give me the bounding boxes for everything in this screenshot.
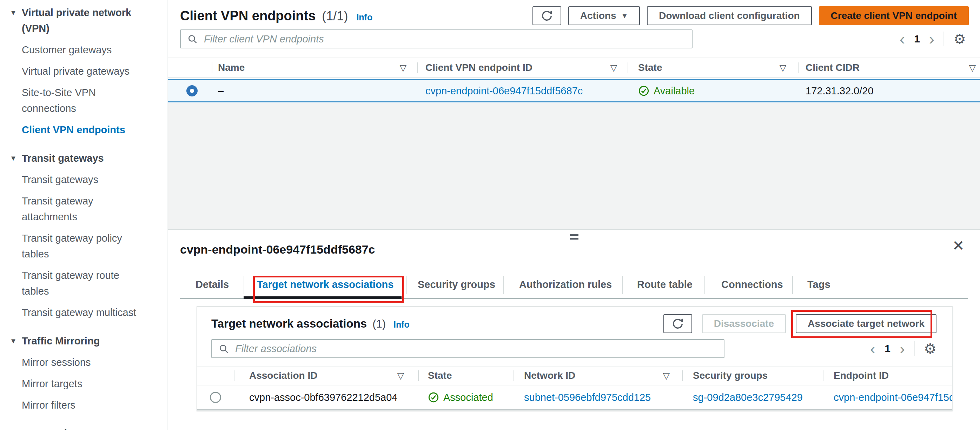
associations-filter-input[interactable] [211,339,724,358]
info-link[interactable]: Info [356,12,372,22]
divider [417,62,418,73]
search-icon [187,34,198,45]
status-ok-icon [428,392,439,403]
expander-icon: ▼ [10,151,22,166]
row-radio-selected[interactable] [186,85,197,97]
chevron-right-icon[interactable]: › [900,339,905,358]
gear-icon[interactable]: ⚙ [924,339,937,358]
create-client-vpn-endpoint-button[interactable]: Create client VPN endpoint [819,6,969,25]
column-header-state[interactable]: State ▽ [628,58,798,77]
tab-security-groups[interactable]: Security groups [418,274,495,295]
divider [503,276,504,294]
column-header-endpoint-id[interactable]: Client VPN endpoint ID ▽ [417,58,628,77]
sidebar-section-transit-gateways[interactable]: ▼ Transit gateways [10,151,167,166]
column-header-association-id[interactable]: Association ID ▽ [234,367,418,385]
gear-icon[interactable]: ⚙ [953,29,966,48]
sort-icon[interactable]: ▽ [663,371,670,381]
endpoints-table-header: Name ▽ Client VPN endpoint ID ▽ State ▽ … [168,57,980,78]
divider [914,341,915,356]
sidebar-item-site-to-site-vpn-connections[interactable]: Site-to-Site VPN connections [22,85,145,116]
association-table-row[interactable]: cvpn-assoc-0bf639762212d5a04 Associated … [197,386,952,410]
sidebar-section-label: Transit gateways [22,151,104,166]
sidebar-section-vpc-lattice[interactable]: ▼ VPC Lattice [10,426,167,430]
detail-tabs: Details Target network associations Secu… [168,274,980,295]
divider [943,32,944,46]
chevron-left-icon[interactable]: ‹ [900,29,905,48]
endpoints-filter-input[interactable] [180,29,692,48]
chevron-right-icon[interactable]: › [929,29,934,48]
subnet-link[interactable]: subnet-0596ebfd975cdd125 [524,392,651,403]
aws-vpc-console: ▼ Virtual private network (VPN) Customer… [0,0,980,430]
current-page[interactable]: 1 [914,33,920,45]
endpoint-table-row[interactable]: – cvpn-endpoint-06e947f15ddf5687c Availa… [168,79,980,102]
main-content: Client VPN endpoints (1/1) Info Actions … [168,0,980,430]
endpoints-filter [180,29,692,48]
close-icon[interactable]: ✕ [952,238,964,253]
status-badge: Associated [428,392,493,403]
column-header-security-groups[interactable]: Security groups [682,367,823,385]
column-header-state[interactable]: State [418,367,514,385]
tab-tags[interactable]: Tags [807,274,830,295]
refresh-button[interactable] [533,6,561,25]
sort-icon[interactable]: ▽ [397,371,404,381]
sidebar-item-customer-gateways[interactable]: Customer gateways [22,42,145,58]
divider [406,276,407,294]
endpoint-name: – [218,85,224,97]
column-header-name[interactable]: Name ▽ [212,58,417,77]
endpoints-pager: ‹ 1 › ⚙ [900,29,966,48]
client-cidr-value: 172.31.32.0/20 [805,85,873,97]
column-header-client-cidr[interactable]: Client CIDR ▽ [798,58,980,77]
actions-button[interactable]: Actions ▼ [568,6,640,25]
expander-icon: ▼ [10,5,22,21]
security-group-link[interactable]: sg-09d2a80e3c2795429 [693,392,803,403]
divider [243,276,244,294]
download-client-configuration-button[interactable]: Download client configuration [647,6,811,25]
result-count: (1/1) [322,9,348,24]
sidebar-item-transit-gateways[interactable]: Transit gateways [22,172,145,188]
association-id-value: cvpn-assoc-0bf639762212d5a04 [249,392,397,403]
sidebar-item-transit-gateway-policy-tables[interactable]: Transit gateway policy tables [22,230,145,262]
sidebar-item-mirror-sessions[interactable]: Mirror sessions [22,355,145,370]
associate-target-network-button[interactable]: Associate target network [796,314,937,333]
tab-authorization-rules[interactable]: Authorization rules [519,274,612,295]
sidebar-item-transit-gateway-route-tables[interactable]: Transit gateway route tables [22,268,145,299]
column-header-network-id[interactable]: Network ID ▽ [514,367,682,385]
sidebar-item-transit-gateway-attachments[interactable]: Transit gateway attachments [22,193,145,225]
empty-area [168,103,980,230]
sidebar-section-vpn[interactable]: ▼ Virtual private network (VPN) [10,5,167,36]
sort-icon[interactable]: ▽ [400,63,406,73]
divider [792,276,793,294]
page-title: Client VPN endpoints [180,8,315,24]
card-count: (1) [372,318,386,330]
info-link[interactable]: Info [393,319,410,330]
chevron-left-icon[interactable]: ‹ [870,339,875,358]
expander-icon: ▼ [10,426,22,430]
disassociate-button[interactable]: Disassociate [702,314,786,333]
sidebar-item-client-vpn-endpoints[interactable]: Client VPN endpoints [22,122,145,138]
endpoint-id-link[interactable]: cvpn-endpoint-06e947f15ddf5687c [425,85,583,97]
sidebar-item-mirror-targets[interactable]: Mirror targets [22,376,145,392]
row-radio[interactable] [210,392,221,403]
sort-icon[interactable]: ▽ [780,63,786,73]
sort-icon[interactable]: ▽ [969,63,976,73]
caret-down-icon: ▼ [621,12,628,20]
sidebar-item-mirror-filters[interactable]: Mirror filters [22,397,145,413]
associations-refresh-button[interactable] [663,314,692,333]
sidebar-item-transit-gateway-multicast[interactable]: Transit gateway multicast [22,305,145,321]
divider [234,370,234,381]
sidebar-section-label: VPC Lattice [22,426,78,430]
column-header-endpoint-id[interactable]: Endpoint ID [823,367,952,385]
drag-handle[interactable] [570,234,579,242]
sidebar-section-traffic-mirroring[interactable]: ▼ Traffic Mirroring [10,333,167,349]
sort-icon[interactable]: ▽ [610,63,617,73]
tab-details[interactable]: Details [196,274,229,295]
tab-target-network-associations[interactable]: Target network associations [257,274,393,295]
status-badge: Available [638,85,695,97]
tab-route-table[interactable]: Route table [637,274,692,295]
expander-icon: ▼ [10,333,22,349]
tab-connections[interactable]: Connections [721,274,783,295]
detail-panel-title: cvpn-endpoint-06e947f15ddf5687c [180,243,375,256]
current-page[interactable]: 1 [885,343,891,355]
endpoint-id-link[interactable]: cvpn-endpoint-06e947f15ddf5687c [834,392,952,403]
sidebar-item-virtual-private-gateways[interactable]: Virtual private gateways [22,63,145,79]
